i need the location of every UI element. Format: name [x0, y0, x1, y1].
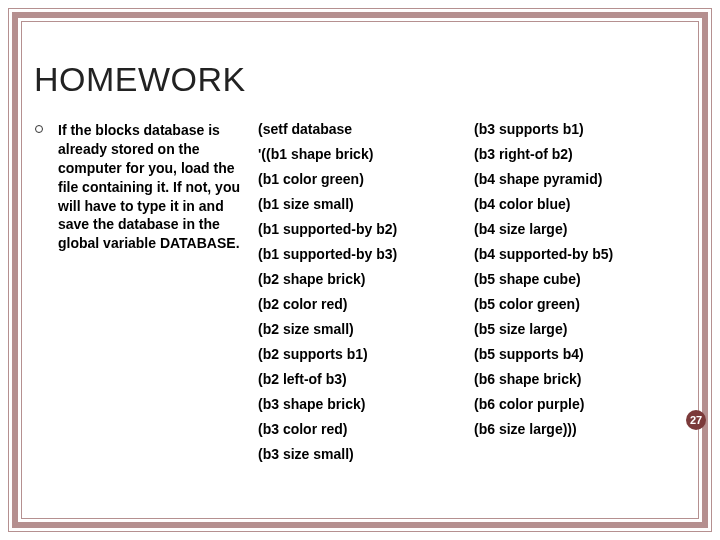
code-line: (b1 supported-by b3): [258, 246, 474, 262]
code-line: (b2 shape brick): [258, 271, 474, 287]
code-line: (b2 size small): [258, 321, 474, 337]
code-line: (b2 color red): [258, 296, 474, 312]
code-line: '((b1 shape brick): [258, 146, 474, 162]
code-line: (setf database: [258, 121, 474, 137]
code-columns: (setf database'((b1 shape brick)(b1 colo…: [258, 121, 690, 471]
code-line: (b3 color red): [258, 421, 474, 437]
code-line: (b3 right-of b2): [474, 146, 690, 162]
slide-body: If the blocks database is already stored…: [30, 121, 690, 471]
code-line: (b5 supports b4): [474, 346, 690, 362]
code-line: (b5 size large): [474, 321, 690, 337]
code-line: (b6 size large))): [474, 421, 690, 437]
page-number-badge: 27: [686, 410, 706, 430]
code-line: (b3 size small): [258, 446, 474, 462]
code-line: (b4 supported-by b5): [474, 246, 690, 262]
code-line: (b5 color green): [474, 296, 690, 312]
code-column-right: (b3 supports b1)(b3 right-of b2)(b4 shap…: [474, 121, 690, 471]
slide-content: HOMEWORK If the blocks database is alrea…: [30, 30, 690, 510]
code-column-left: (setf database'((b1 shape brick)(b1 colo…: [258, 121, 474, 471]
code-line: (b2 supports b1): [258, 346, 474, 362]
slide-title: HOMEWORK: [34, 60, 690, 99]
code-line: (b4 shape pyramid): [474, 171, 690, 187]
code-line: (b3 supports b1): [474, 121, 690, 137]
code-line: (b3 shape brick): [258, 396, 474, 412]
code-line: (b4 color blue): [474, 196, 690, 212]
code-line: (b2 left-of b3): [258, 371, 474, 387]
code-line: (b5 shape cube): [474, 271, 690, 287]
code-line: (b6 shape brick): [474, 371, 690, 387]
code-line: (b6 color purple): [474, 396, 690, 412]
code-line: (b1 supported-by b2): [258, 221, 474, 237]
bullet-column: [30, 121, 48, 471]
paragraph-text: If the blocks database is already stored…: [58, 121, 248, 471]
code-line: (b4 size large): [474, 221, 690, 237]
code-line: (b1 size small): [258, 196, 474, 212]
code-line: (b1 color green): [258, 171, 474, 187]
bullet-icon: [35, 125, 43, 133]
